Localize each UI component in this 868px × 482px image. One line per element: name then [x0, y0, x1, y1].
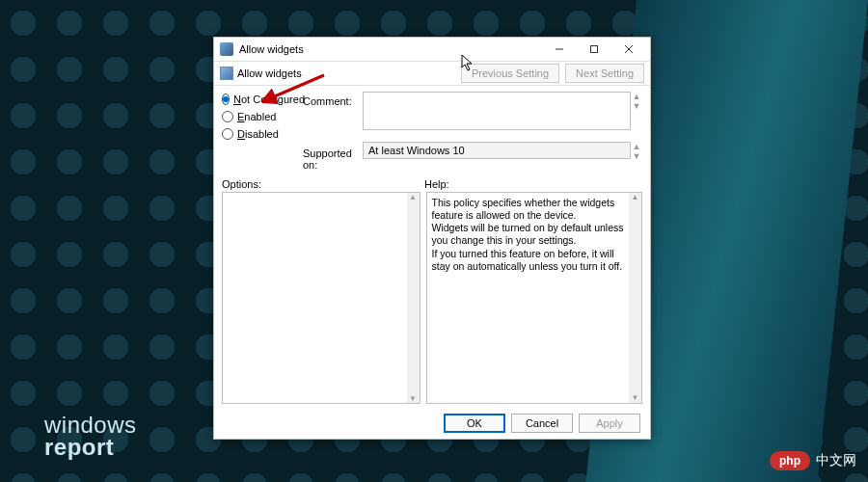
ok-button[interactable]: OK	[444, 414, 505, 433]
radio-dot-icon	[222, 128, 233, 140]
help-pane[interactable]: This policy specifies whether the widget…	[426, 192, 643, 404]
radio-dot-icon	[222, 111, 233, 122]
supported-label: Supported on:	[303, 142, 363, 171]
previous-setting-button[interactable]: Previous Setting	[461, 64, 559, 83]
toolbar: Allow widgets Previous Setting Next Sett…	[214, 61, 650, 86]
comment-scroll-icon: ▲▼	[631, 92, 642, 111]
help-paragraph: This policy specifies whether the widget…	[432, 197, 629, 222]
dialog-buttons: OK Cancel Apply	[214, 408, 650, 439]
help-paragraph: Widgets will be turned on by default unl…	[432, 222, 629, 247]
help-paragraph: If you turned this feature on before, it…	[432, 248, 629, 273]
options-scrollbar[interactable]: ▲▼	[407, 193, 420, 403]
window-title: Allow widgets	[239, 43, 542, 55]
policy-name: Allow widgets	[237, 67, 302, 79]
help-label: Help:	[424, 178, 449, 190]
help-scrollbar[interactable]: ▲▼	[629, 193, 641, 403]
radio-enabled[interactable]: Enabled	[222, 111, 303, 122]
radio-dot-icon	[222, 94, 230, 105]
cancel-button[interactable]: Cancel	[511, 414, 573, 433]
next-setting-button[interactable]: Next Setting	[565, 64, 644, 83]
supported-on-field: At least Windows 10	[363, 142, 631, 159]
options-label: Options:	[222, 178, 424, 190]
radio-disabled[interactable]: Disabled	[222, 128, 303, 140]
apply-button[interactable]: Apply	[579, 414, 640, 433]
titlebar[interactable]: Allow widgets	[214, 38, 650, 61]
radio-not-configured[interactable]: Not Configured	[222, 94, 303, 105]
supported-scroll-icon: ▲▼	[631, 142, 642, 161]
watermark-windowsreport: windows report	[44, 415, 137, 459]
policy-dialog: Allow widgets Allow widgets Previous Set…	[213, 37, 651, 440]
watermark-php: php 中文网	[770, 451, 856, 470]
state-radio-group: Not Configured Enabled Disabled	[222, 92, 303, 140]
close-button[interactable]	[611, 40, 646, 59]
minimize-button[interactable]	[542, 40, 577, 59]
comment-label: Comment:	[303, 92, 363, 107]
maximize-button[interactable]	[577, 40, 611, 59]
policy-icon-small	[220, 67, 233, 80]
policy-icon	[220, 42, 233, 56]
options-pane[interactable]: ▲▼	[222, 192, 420, 404]
svg-rect-1	[591, 46, 598, 53]
comment-textarea[interactable]	[363, 92, 631, 130]
